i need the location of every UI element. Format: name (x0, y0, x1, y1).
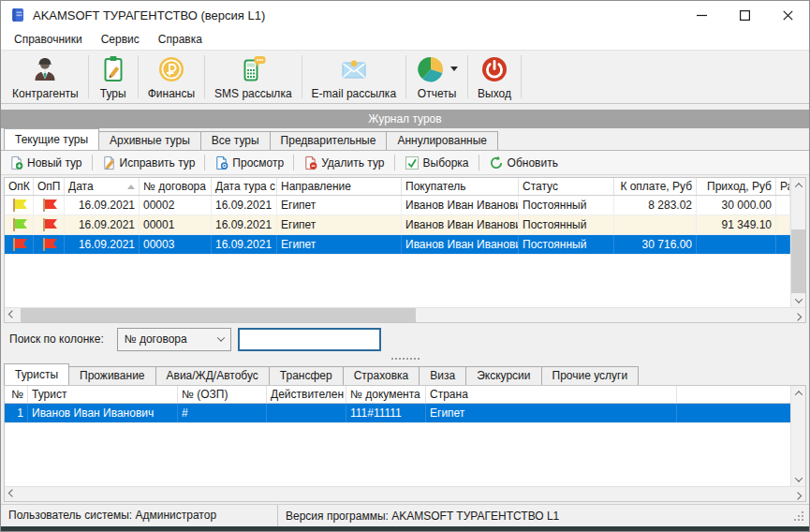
power-icon (479, 54, 509, 84)
column-header-ozp[interactable]: № (ОЗП) (178, 386, 267, 403)
tab-excursions[interactable]: Экскурсии (465, 366, 541, 385)
column-header-tour-from[interactable]: Дата тура с (212, 178, 277, 195)
resize-grip[interactable] (794, 511, 805, 523)
tab-current-tours[interactable]: Текущие туры (4, 128, 99, 150)
scrollbar-thumb[interactable] (791, 229, 805, 293)
menu-bar: Справочники Сервис Справка (1, 29, 809, 50)
phone-message-icon (238, 54, 268, 84)
filter-button[interactable]: Выборка (399, 154, 475, 172)
opp-flag-icon (40, 198, 57, 213)
detail-tabs: Туристы Проживание Авиа/ЖД/Автобус Транс… (1, 362, 809, 385)
tab-transport[interactable]: Авиа/ЖД/Автобус (155, 366, 270, 385)
cell-status: Постоянный (519, 196, 614, 214)
refresh-button[interactable]: Обновить (483, 154, 564, 172)
delete-tour-button[interactable]: Удалить тур (298, 154, 390, 172)
action-label: Выборка (423, 156, 469, 170)
search-panel: Поиск по колонке: № договора (1, 323, 809, 355)
checkmark-icon (405, 155, 420, 170)
reports-button[interactable]: Отчеты (406, 51, 467, 103)
document-delete-icon (303, 155, 317, 170)
tours-table-header: ОпК ОпП Дата № договора Дата тура с Напр… (5, 178, 790, 196)
menu-directories[interactable]: Справочники (5, 29, 92, 50)
tab-tourists[interactable]: Туристы (4, 363, 69, 385)
column-header-income[interactable]: Приход, Руб (697, 178, 776, 195)
scroll-right-button[interactable] (790, 487, 805, 501)
scroll-up-button[interactable] (791, 386, 806, 400)
menu-help[interactable]: Справка (149, 29, 212, 50)
column-header-opp[interactable]: ОпП (34, 178, 65, 195)
tours-horizontal-scrollbar[interactable] (5, 307, 805, 322)
column-header-to-pay[interactable]: К оплате, Руб (614, 178, 697, 195)
sms-button[interactable]: SMS рассылка (205, 51, 302, 103)
tour-row[interactable]: 16.09.2021 00002 16.09.2021 Египет Ивано… (5, 196, 790, 215)
cell-direction: Египет (277, 235, 402, 254)
tours-vertical-scrollbar[interactable] (790, 178, 805, 307)
column-header-num[interactable]: № (5, 386, 28, 403)
email-button[interactable]: E-mail рассылка (302, 51, 406, 103)
column-header-tourist[interactable]: Турист (28, 386, 178, 403)
tab-transfer[interactable]: Трансфер (269, 366, 344, 385)
scroll-right-button[interactable] (790, 308, 805, 322)
tab-visa[interactable]: Виза (419, 366, 466, 385)
scroll-down-button[interactable] (791, 293, 806, 307)
chevron-down-icon (216, 333, 224, 341)
column-header-valid-until[interactable]: Действителен до (267, 386, 346, 403)
column-header-truncated[interactable]: Ра (776, 178, 790, 195)
exit-button[interactable]: Выход (468, 51, 521, 103)
splitter-handle[interactable] (1, 355, 809, 362)
edit-tour-button[interactable]: Исправить тур (96, 154, 201, 172)
view-tour-button[interactable]: Просмотр (209, 154, 289, 172)
search-column-select[interactable]: № договора (117, 328, 231, 351)
splitter-dots-icon (391, 358, 393, 360)
search-input[interactable] (238, 328, 381, 351)
column-header-direction[interactable]: Направление (277, 178, 402, 195)
cell-country: Египет (426, 404, 677, 422)
tourist-row-selected[interactable]: 1 Иванов Иван Иванович # 111#11111 Египе… (5, 404, 790, 423)
minimize-button[interactable] (680, 1, 723, 29)
tab-other-services[interactable]: Прочие услуги (541, 366, 640, 385)
opp-flag-icon (40, 237, 57, 252)
tab-preliminary[interactable]: Предварительные (270, 131, 388, 150)
tab-archive-tours[interactable]: Архивные туры (98, 131, 201, 150)
contractors-button[interactable]: Контрагенты (3, 51, 88, 103)
tours-button[interactable]: Туры (89, 51, 138, 103)
close-button[interactable] (766, 1, 809, 29)
sort-ascending-icon (127, 185, 135, 189)
column-header-country[interactable]: Страна (426, 386, 677, 403)
column-header-contract[interactable]: № договора (140, 178, 212, 195)
tourists-horizontal-scrollbar[interactable] (5, 486, 805, 501)
tab-insurance[interactable]: Страховка (343, 366, 420, 385)
column-header-status[interactable]: Статус (519, 178, 614, 195)
scroll-left-button[interactable] (5, 308, 20, 322)
cell-doc-number: 111#11111 (346, 404, 426, 422)
cell-valid-until (267, 404, 346, 422)
tour-row[interactable]: 16.09.2021 00001 16.09.2021 Египет Ивано… (5, 215, 790, 235)
status-version: Версия программы: AKAMSOFT ТУРАГЕНТСТВО … (278, 510, 559, 523)
cell-status: Постоянный (519, 215, 614, 234)
menu-service[interactable]: Сервис (92, 29, 149, 50)
cell-num: 1 (5, 404, 28, 422)
tour-row-selected[interactable]: 16.09.2021 00003 16.09.2021 Египет Ивано… (5, 235, 790, 255)
tourists-vertical-scrollbar[interactable] (790, 386, 805, 486)
clipboard-pencil-icon (98, 54, 128, 84)
reports-dropdown-icon[interactable] (450, 66, 458, 71)
column-header-date[interactable]: Дата (65, 178, 140, 195)
tab-all-tours[interactable]: Все туры (200, 131, 271, 150)
scroll-up-button[interactable] (791, 178, 806, 192)
column-header-buyer[interactable]: Покупатель (402, 178, 519, 195)
finance-button[interactable]: Финансы (139, 51, 204, 103)
maximize-button[interactable] (723, 1, 766, 29)
tab-cancelled[interactable]: Аннулированные (386, 131, 498, 150)
new-tour-button[interactable]: Новый тур (4, 154, 88, 172)
scroll-left-button[interactable] (5, 487, 20, 501)
tab-accommodation[interactable]: Проживание (68, 366, 156, 385)
status-user: Пользователь системы: Администратор (1, 505, 278, 526)
cell-ozp: # (178, 404, 267, 422)
scroll-down-button[interactable] (791, 472, 806, 486)
column-header-opk[interactable]: ОпК (5, 178, 34, 195)
column-header-doc-number[interactable]: № документа (346, 386, 426, 403)
toolbar-button-label: SMS рассылка (214, 87, 292, 100)
scrollbar-thumb[interactable] (21, 308, 416, 322)
app-icon (10, 7, 25, 22)
toolbar-button-label: Туры (100, 87, 126, 100)
